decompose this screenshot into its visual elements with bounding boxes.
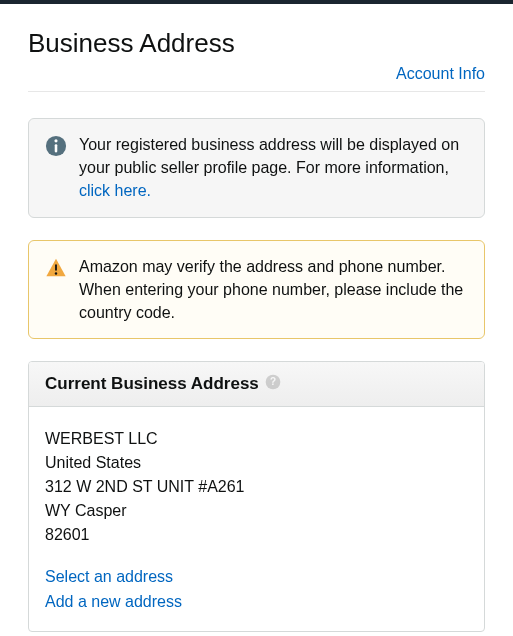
info-alert-text-before: Your registered business address will be… [79, 136, 459, 176]
panel-header-title: Current Business Address [45, 374, 259, 394]
svg-rect-1 [55, 144, 58, 152]
info-icon [45, 135, 67, 157]
warning-alert: Amazon may verify the address and phone … [28, 240, 485, 340]
address-country: United States [45, 451, 468, 475]
address-postal: 82601 [45, 523, 468, 547]
panel-actions: Select an address Add a new address [45, 565, 468, 615]
help-icon[interactable]: ? [265, 374, 281, 394]
account-info-link[interactable]: Account Info [396, 65, 485, 82]
select-address-link[interactable]: Select an address [45, 565, 468, 590]
page-title: Business Address [28, 28, 485, 59]
info-alert-text: Your registered business address will be… [79, 133, 468, 203]
info-alert: Your registered business address will be… [28, 118, 485, 218]
svg-rect-4 [55, 264, 57, 270]
page-container: Business Address Account Info Your regis… [0, 4, 513, 636]
current-address-panel: Current Business Address ? WERBEST LLC U… [28, 361, 485, 632]
account-info-row: Account Info [28, 65, 485, 92]
panel-body: WERBEST LLC United States 312 W 2ND ST U… [29, 407, 484, 631]
svg-point-2 [54, 139, 57, 142]
address-name: WERBEST LLC [45, 427, 468, 451]
svg-text:?: ? [270, 376, 276, 387]
add-address-link[interactable]: Add a new address [45, 590, 468, 615]
svg-point-5 [55, 272, 57, 274]
panel-header: Current Business Address ? [29, 362, 484, 407]
warning-alert-text: Amazon may verify the address and phone … [79, 255, 468, 325]
address-street: 312 W 2ND ST UNIT #A261 [45, 475, 468, 499]
warning-icon [45, 257, 67, 279]
address-region: WY Casper [45, 499, 468, 523]
info-alert-link[interactable]: click here. [79, 182, 151, 199]
